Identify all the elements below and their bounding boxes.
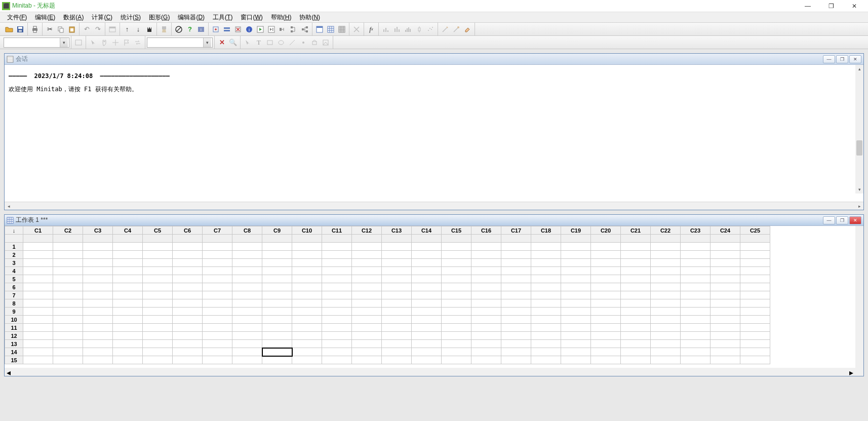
tree3-icon[interactable]: [299, 24, 310, 35]
column-name-cell[interactable]: [681, 235, 711, 243]
cell[interactable]: [412, 267, 442, 275]
find-icon[interactable]: [144, 24, 155, 35]
cell[interactable]: [143, 243, 173, 251]
cell[interactable]: [23, 348, 53, 356]
name-box-combo[interactable]: ▾: [4, 37, 69, 48]
cell[interactable]: [53, 243, 83, 251]
cell[interactable]: [471, 259, 501, 267]
cell[interactable]: [352, 356, 382, 364]
cell[interactable]: [711, 259, 740, 267]
cell[interactable]: [561, 348, 591, 356]
cell[interactable]: [113, 340, 143, 348]
cell[interactable]: [53, 299, 83, 308]
minimize-button[interactable]: —: [796, 0, 819, 12]
menu-item[interactable]: 数据(A): [59, 12, 88, 23]
row-header[interactable]: 12: [5, 332, 23, 340]
cell[interactable]: [23, 291, 53, 299]
cell[interactable]: [322, 283, 352, 291]
chart-box-icon[interactable]: [414, 24, 425, 35]
cell[interactable]: [471, 267, 501, 275]
insert-cells-icon[interactable]: [210, 24, 221, 35]
cell[interactable]: [442, 283, 471, 291]
chart-scatter-icon[interactable]: [425, 24, 436, 35]
cell[interactable]: [232, 348, 262, 356]
cell[interactable]: [531, 340, 561, 348]
worksheet-maximize-button[interactable]: ❐: [836, 216, 848, 224]
cell[interactable]: [173, 275, 203, 283]
cell[interactable]: [322, 348, 352, 356]
cell[interactable]: [232, 356, 262, 364]
column-name-cell[interactable]: [501, 235, 531, 243]
session-hscrollbar[interactable]: ◂ ▸: [5, 202, 863, 210]
column-header[interactable]: C13: [382, 226, 412, 235]
cell[interactable]: [412, 332, 442, 340]
cell[interactable]: [143, 340, 173, 348]
info-circle-icon[interactable]: i: [244, 24, 255, 35]
line-tool-icon[interactable]: [287, 37, 298, 48]
cell[interactable]: [591, 324, 621, 332]
cell[interactable]: [173, 259, 203, 267]
cell[interactable]: [53, 356, 83, 364]
row-header[interactable]: 10: [5, 316, 23, 324]
cell[interactable]: [442, 267, 471, 275]
cell[interactable]: [471, 332, 501, 340]
cell[interactable]: [561, 356, 591, 364]
cell[interactable]: [203, 299, 232, 308]
cell[interactable]: [113, 251, 143, 259]
cell[interactable]: [681, 356, 711, 364]
row-header-corner[interactable]: ↓: [5, 226, 23, 235]
cell[interactable]: [412, 259, 442, 267]
cell[interactable]: [740, 291, 770, 299]
cell[interactable]: [412, 324, 442, 332]
cell[interactable]: [651, 316, 681, 324]
cell[interactable]: [681, 316, 711, 324]
column-header[interactable]: C5: [143, 226, 173, 235]
row-header[interactable]: 3: [5, 259, 23, 267]
cell[interactable]: [501, 251, 531, 259]
cell[interactable]: [621, 275, 651, 283]
row-header[interactable]: 8: [5, 299, 23, 308]
worksheet-hscrollbar[interactable]: ◂ ▸: [5, 368, 855, 376]
column-name-cell[interactable]: [83, 235, 113, 243]
cell[interactable]: [203, 243, 232, 251]
cell[interactable]: [740, 340, 770, 348]
cell[interactable]: [561, 283, 591, 291]
cell[interactable]: [711, 332, 740, 340]
cell[interactable]: [292, 243, 322, 251]
cell[interactable]: [591, 259, 621, 267]
cell[interactable]: [83, 243, 113, 251]
cell[interactable]: [651, 332, 681, 340]
row-header[interactable]: 7: [5, 291, 23, 299]
cell[interactable]: [591, 340, 621, 348]
column-header[interactable]: C15: [442, 226, 471, 235]
cell[interactable]: [531, 259, 561, 267]
cut-icon[interactable]: ✂: [44, 24, 55, 35]
cell[interactable]: [83, 324, 113, 332]
column-name-cell[interactable]: [292, 235, 322, 243]
column-name-cell[interactable]: [53, 235, 83, 243]
cell[interactable]: [143, 348, 173, 356]
cancel-x-icon[interactable]: ✕: [216, 37, 227, 48]
column-name-cell[interactable]: [173, 235, 203, 243]
cell[interactable]: [740, 348, 770, 356]
cell[interactable]: [531, 308, 561, 316]
cell[interactable]: [471, 299, 501, 308]
cell[interactable]: [203, 332, 232, 340]
cell[interactable]: [262, 340, 292, 348]
cell[interactable]: [471, 275, 501, 283]
cell[interactable]: [113, 275, 143, 283]
formula-input[interactable]: [147, 40, 203, 46]
cell[interactable]: [173, 283, 203, 291]
cell[interactable]: [471, 324, 501, 332]
session-maximize-button[interactable]: ❐: [836, 55, 848, 63]
step-icon[interactable]: [266, 24, 277, 35]
cell[interactable]: [113, 324, 143, 332]
cell[interactable]: [232, 332, 262, 340]
cell[interactable]: [412, 243, 442, 251]
column-header[interactable]: C19: [561, 226, 591, 235]
cell[interactable]: [173, 267, 203, 275]
insert-row-icon[interactable]: [221, 24, 232, 35]
cell[interactable]: [352, 308, 382, 316]
column-name-cell[interactable]: [412, 235, 442, 243]
cell[interactable]: [681, 348, 711, 356]
